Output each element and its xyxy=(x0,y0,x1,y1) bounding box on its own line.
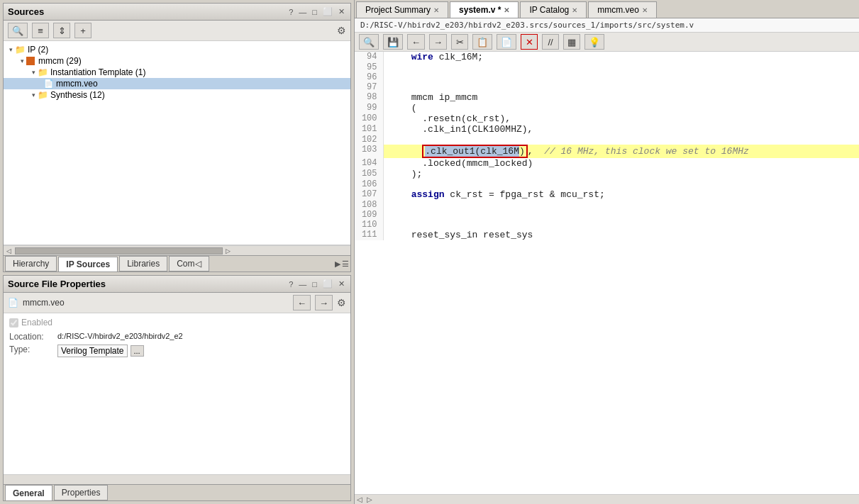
tree-item-synthesis[interactable]: ▾ 📁 Synthesis (12) xyxy=(4,89,350,101)
hscroll-left-arrow[interactable]: ◁ xyxy=(4,247,13,254)
tab-ip-catalog-close[interactable]: ✕ xyxy=(572,6,577,14)
line-number: 107 xyxy=(355,189,383,200)
tree-item-ip[interactable]: ▾ 📁 IP (2) xyxy=(4,44,350,55)
location-row: Location: d:/RISC-V/hbirdv2_e203/hbirdv2… xyxy=(9,332,345,342)
table-row: 99 ( xyxy=(355,103,859,113)
tab-system-v-label: system.v * xyxy=(459,5,501,15)
tree-item-mmcm-veo[interactable]: 📄 mmcm.veo xyxy=(4,78,350,89)
prop-maximize-icon[interactable]: ⬜ xyxy=(321,279,334,289)
code-line xyxy=(383,62,859,72)
prop-close-icon[interactable]: ✕ xyxy=(337,279,346,289)
tree-label-synthesis: Synthesis (12) xyxy=(50,90,105,100)
editor-toolbar: 🔍 💾 ← → ✂ 📋 📄 ✕ // ▦ 💡 xyxy=(355,33,859,52)
tab-system-v-close[interactable]: ✕ xyxy=(504,6,509,14)
bottom-left-arrow[interactable]: ◁ xyxy=(355,495,365,505)
tabs-extra-icons: ▶ ☰ xyxy=(335,259,349,269)
search-button[interactable]: 🔍 xyxy=(8,23,28,38)
editor-cut-button[interactable]: ✂ xyxy=(451,34,468,50)
line-number: 111 xyxy=(355,230,383,240)
table-row: 101 .clk_in1(CLK100MHZ), xyxy=(355,124,859,135)
table-row: 106 xyxy=(355,179,859,189)
collapse-button[interactable]: ≡ xyxy=(32,23,49,38)
tab-libraries[interactable]: Libraries xyxy=(119,256,167,271)
table-row: 107 assign ck_rst = fpga_rst & mcu_rst; xyxy=(355,189,859,200)
editor-delete-button[interactable]: ✕ xyxy=(521,34,538,50)
line-number: 108 xyxy=(355,200,383,210)
prop-settings-icon[interactable]: ⚙ xyxy=(337,297,346,308)
prop-help-icon[interactable]: ? xyxy=(287,279,294,289)
editor-grid-button[interactable]: ▦ xyxy=(563,34,580,50)
tree-item-instantiation[interactable]: ▾ 📁 Instantiation Template (1) xyxy=(4,67,350,78)
arrow-mmcm: ▾ xyxy=(21,57,24,65)
line-number: 102 xyxy=(355,135,383,145)
tab-project-summary-close[interactable]: ✕ xyxy=(433,6,439,14)
tab-project-summary[interactable]: Project Summary ✕ xyxy=(356,1,448,18)
editor-bottom-bar: ◁ ▷ xyxy=(355,494,859,504)
file-tree: ▾ 📁 IP (2) ▾ mmcm (29) ▾ 📁 Instantiation… xyxy=(4,41,350,245)
prop-restore-icon[interactable]: □ xyxy=(311,279,318,289)
sources-close-icon[interactable]: ✕ xyxy=(337,6,346,17)
properties-title: Source File Properties xyxy=(8,279,106,289)
line-number: 104 xyxy=(355,158,383,169)
tab-compile-order[interactable]: Com◁ xyxy=(169,256,209,271)
editor-copy-button[interactable]: 📋 xyxy=(472,34,492,50)
code-line: mmcm ip_mmcm xyxy=(383,92,859,103)
table-row: 111 reset_sys_in reset_sys xyxy=(355,230,859,240)
tab-ip-sources[interactable]: IP Sources xyxy=(58,257,118,271)
code-line: assign ck_rst = fpga_rst & mcu_rst; xyxy=(383,189,859,200)
sources-restore-icon[interactable]: □ xyxy=(311,7,318,17)
type-browse-button[interactable]: ... xyxy=(131,345,144,357)
ip-orange-box xyxy=(26,57,35,65)
table-row: 98 mmcm ip_mmcm xyxy=(355,92,859,103)
table-row: 97 xyxy=(355,82,859,92)
sources-help-icon[interactable]: ? xyxy=(287,7,294,17)
tab-hierarchy[interactable]: Hierarchy xyxy=(5,256,57,271)
table-row: 103 .clk_out1(clk_16M), // 16 MHz, this … xyxy=(355,145,859,158)
sources-toolbar: 🔍 ≡ ⇕ + ⚙ xyxy=(4,21,350,41)
sources-minimize-icon[interactable]: — xyxy=(297,7,308,17)
code-editor[interactable]: 94 wire clk_16M;95969798 mmcm ip_mmcm99 … xyxy=(355,52,859,494)
arrow-instantiation: ▾ xyxy=(32,69,35,76)
tabs-expand-icon[interactable]: ▶ xyxy=(335,259,340,269)
hscroll-bar[interactable] xyxy=(15,247,223,254)
tab-general[interactable]: General xyxy=(5,485,52,500)
editor-paste-button[interactable]: 📄 xyxy=(497,34,516,50)
prop-back-button[interactable]: ← xyxy=(293,295,311,310)
table-row: 108 xyxy=(355,200,859,210)
editor-redo-button[interactable]: → xyxy=(429,34,447,50)
editor-light-button[interactable]: 💡 xyxy=(584,34,604,50)
bottom-right-arrow[interactable]: ▷ xyxy=(365,495,375,505)
hscroll-right-arrow[interactable]: ▷ xyxy=(223,247,233,254)
code-line: .clk_out1(clk_16M), // 16 MHz, this cloc… xyxy=(383,145,859,158)
editor-search-button[interactable]: 🔍 xyxy=(359,34,379,50)
tab-system-v[interactable]: system.v * ✕ xyxy=(450,1,519,18)
tabs-menu-icon[interactable]: ☰ xyxy=(342,259,349,269)
settings-gear-icon[interactable]: ⚙ xyxy=(337,25,346,36)
editor-comment-button[interactable]: // xyxy=(542,34,559,50)
editor-tabbar: Project Summary ✕ system.v * ✕ IP Catalo… xyxy=(355,0,859,18)
editor-save-button[interactable]: 💾 xyxy=(383,34,403,50)
tab-ip-catalog[interactable]: IP Catalog ✕ xyxy=(520,1,587,18)
sources-maximize-icon[interactable]: ⬜ xyxy=(321,6,334,17)
prop-minimize-icon[interactable]: — xyxy=(297,279,308,289)
line-number: 106 xyxy=(355,179,383,189)
properties-titlebar: Source File Properties ? — □ ⬜ ✕ xyxy=(4,276,350,293)
line-number: 96 xyxy=(355,72,383,82)
line-number: 105 xyxy=(355,169,383,179)
sources-tabs: Hierarchy IP Sources Libraries Com◁ ▶ ☰ xyxy=(4,255,350,271)
editor-undo-button[interactable]: ← xyxy=(407,34,425,50)
code-line xyxy=(383,220,859,230)
tab-mmcm-veo[interactable]: mmcm.veo ✕ xyxy=(588,1,657,18)
type-value-row: Verilog Template ... xyxy=(57,345,144,357)
tab-mmcm-veo-close[interactable]: ✕ xyxy=(642,6,648,14)
line-number: 101 xyxy=(355,124,383,135)
sort-button[interactable]: ⇕ xyxy=(53,23,70,38)
line-number: 110 xyxy=(355,220,383,230)
prop-hscroll xyxy=(4,474,350,484)
prop-forward-button[interactable]: → xyxy=(315,295,333,310)
line-number: 95 xyxy=(355,62,383,72)
code-line: ); xyxy=(383,169,859,179)
tree-item-mmcm[interactable]: ▾ mmcm (29) xyxy=(4,55,350,67)
tab-properties[interactable]: Properties xyxy=(54,485,109,500)
add-button[interactable]: + xyxy=(74,23,92,38)
